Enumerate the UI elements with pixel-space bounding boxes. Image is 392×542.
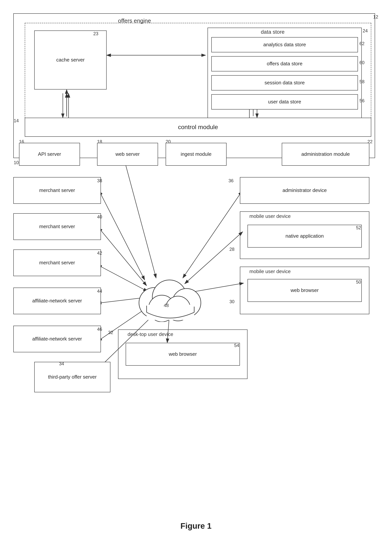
cache-server-box: cache server: [34, 31, 107, 90]
ref-20: 20: [166, 139, 171, 144]
web-server-label: web server: [115, 151, 140, 157]
merchant-server-1-label: merchant server: [39, 187, 75, 194]
merchant-server-3-label: merchant server: [39, 260, 75, 266]
desktop-user-device-label: desk-top user device: [128, 331, 173, 337]
cache-server-label: cache server: [56, 57, 85, 63]
native-application-label: native application: [285, 233, 324, 239]
third-party-offer-server-box: third-party offer server: [34, 362, 110, 392]
session-data-store-box: session data store: [211, 75, 358, 91]
ref-40: 40: [97, 214, 102, 220]
third-party-offer-server-label: third-party offer server: [48, 374, 97, 380]
diagram-container: 12 10 offers engine cache server 23 24 d…: [0, 0, 392, 542]
figure-label: Figure 1: [0, 521, 392, 531]
merchant-server-3-box: merchant server: [13, 249, 101, 276]
data-store-label: data store: [261, 29, 285, 35]
analytics-data-store-label: analytics data store: [263, 42, 306, 48]
merchant-server-2-box: merchant server: [13, 213, 101, 240]
control-module-box: control module: [25, 118, 371, 137]
analytics-data-store-box: analytics data store: [211, 37, 358, 52]
ref-38: 38: [97, 178, 102, 183]
user-data-store-label: user data store: [268, 99, 301, 105]
control-module-label: control module: [178, 123, 218, 131]
user-data-store-box: user data store: [211, 94, 358, 109]
affiliate-network-server-2-box: affiliate-network server: [13, 326, 101, 352]
web-browser-2-label: web browser: [169, 351, 197, 358]
administration-module-box: administration module: [282, 143, 369, 166]
affiliate-network-server-1-label: affiliate-network server: [32, 298, 82, 304]
ingest-module-box: ingest module: [166, 143, 226, 166]
affiliate-network-server-1-box: affiliate-network server: [13, 287, 101, 314]
offers-data-store-box: offers data store: [211, 56, 358, 71]
ref-58: 58: [360, 79, 365, 84]
ref-12: 12: [373, 14, 378, 20]
session-data-store-label: session data store: [264, 80, 305, 86]
ref-36: 36: [228, 178, 234, 183]
web-browser-2-box: web browser: [126, 343, 240, 366]
web-browser-1-label: web browser: [290, 287, 318, 294]
ref-62: 62: [360, 41, 365, 46]
ref-56: 56: [360, 98, 365, 103]
ref-24: 24: [363, 28, 368, 33]
native-application-box: native application: [247, 225, 362, 248]
offers-data-store-label: offers data store: [267, 60, 302, 67]
ref-46: 46: [97, 327, 102, 332]
api-server-label: API server: [38, 151, 61, 157]
merchant-server-1-box: merchant server: [13, 177, 101, 204]
administration-module-label: administration module: [301, 151, 350, 157]
web-browser-1-box: web browser: [247, 279, 362, 302]
administrator-device-box: administrator device: [240, 177, 369, 204]
ref-44: 44: [97, 288, 102, 294]
ref-42: 42: [97, 250, 102, 256]
ref-18: 18: [97, 139, 102, 144]
administrator-device-label: administrator device: [283, 187, 327, 194]
ref-32: 32: [108, 330, 113, 335]
svg-rect-34: [147, 305, 194, 320]
affiliate-network-server-2-label: affiliate-network server: [32, 336, 82, 342]
ref-22: 22: [367, 139, 373, 144]
mobile-user-device-1-label: mobile user device: [249, 213, 291, 219]
api-server-box: API server: [19, 143, 80, 166]
ref-54: 54: [234, 343, 239, 348]
web-server-box: web server: [97, 143, 158, 166]
ref-52: 52: [356, 225, 361, 230]
ref-16: 16: [19, 139, 24, 144]
ref-23: 23: [93, 31, 98, 36]
ref-48: 48: [164, 303, 169, 308]
ref-10: 10: [14, 160, 19, 165]
ref-60: 60: [360, 60, 365, 65]
svg-line-18: [123, 154, 156, 278]
offers-engine-label: offers engine: [118, 17, 151, 24]
mobile-user-device-2-label: mobile user device: [249, 269, 291, 274]
ingest-module-label: ingest module: [181, 151, 211, 157]
ref-34: 34: [59, 361, 64, 366]
ref-30: 30: [229, 299, 235, 304]
ref-14: 14: [14, 118, 19, 123]
merchant-server-2-label: merchant server: [39, 223, 75, 230]
internet-cloud: [129, 265, 209, 322]
ref-28: 28: [229, 247, 235, 252]
ref-50: 50: [356, 279, 361, 285]
